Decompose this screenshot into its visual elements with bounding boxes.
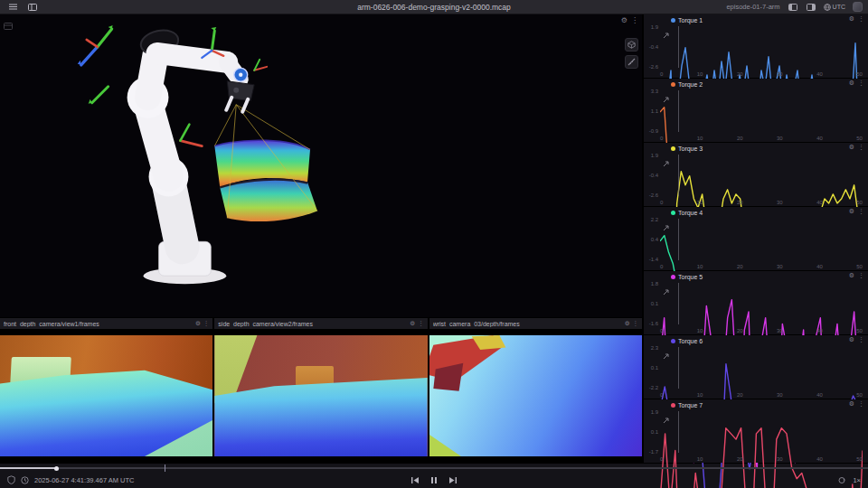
file-title[interactable]: arm-0626-006-demo-grasping-v2-0000.mcap [357, 3, 511, 12]
panel-settings-icon[interactable]: ⚙ [621, 16, 627, 24]
reset-view-icon[interactable] [663, 411, 669, 427]
loop-icon[interactable] [837, 476, 846, 484]
seek-forward-button[interactable] [448, 476, 458, 484]
depth-image-view[interactable] [0, 329, 212, 463]
panel-menu-icon[interactable]: ⋮ [858, 400, 864, 408]
plot-x-axis: 01020304050 [660, 392, 863, 398]
panel-settings-icon[interactable]: ⚙ [410, 320, 415, 327]
panel-menu-icon[interactable]: ⋮ [858, 15, 864, 23]
plot-panel: ⚙ ⋮ Torque 3 1.9-0.4-2.6 01020304050 [644, 143, 868, 207]
clock-icon[interactable] [21, 476, 29, 484]
globe-icon [824, 4, 831, 11]
plot-legend: Torque 5 [671, 274, 703, 280]
panel-settings-icon[interactable]: ⚙ [849, 400, 854, 408]
panel-menu-icon[interactable]: ⋮ [858, 272, 864, 279]
panel-frame-icon[interactable] [4, 17, 13, 33]
panel-settings-icon[interactable]: ⚙ [849, 144, 854, 151]
plot-legend-label: Torque 3 [678, 145, 703, 152]
timezone-label: UTC [833, 4, 845, 10]
panel-settings-icon[interactable]: ⚙ [195, 320, 201, 327]
panel-menu-icon[interactable]: ⋮ [858, 144, 864, 151]
plot-legend-label: Torque 1 [678, 17, 703, 23]
image-panel-header[interactable]: wrist_camera_03/depth/frames ⚙ ⋮ [429, 318, 642, 329]
legend-dot [671, 275, 675, 279]
reset-view-icon[interactable] [663, 219, 669, 235]
image-topic-title: side_depth_camera/view2/frames [218, 321, 406, 327]
plot-x-axis: 01020304050 [660, 200, 863, 205]
timeline-playhead[interactable] [54, 466, 59, 471]
plot-playhead [678, 219, 679, 260]
legend-dot [671, 211, 675, 215]
panel-settings-icon[interactable]: ⚙ [849, 272, 854, 279]
layout-icon[interactable] [27, 3, 38, 12]
image-topic-title: front_depth_camera/view1/frames [4, 321, 192, 327]
plot-panel: ⚙ ⋮ Torque 5 1.80.1-1.6 01020304050 [644, 271, 868, 335]
plot-x-axis: 01020304050 [660, 328, 863, 333]
right-sidebar-toggle-icon[interactable] [806, 3, 816, 12]
app-window: arm-0626-006-demo-grasping-v2-0000.mcap … [0, 0, 868, 488]
timeline-scrubber[interactable] [0, 464, 868, 472]
plot-y-axis: 1.90.1-1.7 [644, 409, 658, 455]
image-panel: front_depth_camera/view1/frames ⚙ ⋮ [0, 318, 214, 463]
legend-dot [671, 146, 675, 151]
panel-menu-icon[interactable]: ⋮ [858, 80, 864, 87]
current-timestamp: 2025-06-27 4:41:39.467 AM UTC [34, 476, 135, 484]
image-panel-header[interactable]: front_depth_camera/view1/frames ⚙ ⋮ [0, 318, 212, 329]
legend-dot [671, 339, 675, 343]
reset-view-icon[interactable] [663, 283, 669, 299]
panel-menu-icon[interactable]: ⋮ [858, 208, 864, 215]
plot-legend: Torque 7 [671, 402, 703, 408]
panel-menu-icon[interactable]: ⋮ [631, 16, 638, 24]
image-panel: wrist_camera_03/depth/frames ⚙ ⋮ [429, 318, 642, 463]
plot-playhead [678, 26, 679, 68]
timeline-event-marker [165, 465, 165, 472]
pause-button[interactable] [430, 476, 438, 484]
panel-settings-icon[interactable]: ⚙ [625, 320, 630, 327]
plot-legend-label: Torque 4 [678, 210, 703, 216]
timeline-progress [0, 467, 56, 469]
plot-legend-label: Torque 6 [678, 338, 703, 344]
plot-legend: Torque 6 [671, 338, 703, 344]
left-column: ⚙ ⋮ front_depth_camera/view1/frames ⚙ ⋮ [0, 14, 644, 463]
legend-dot [671, 403, 675, 408]
timeline-track [0, 467, 868, 469]
measure-tool-button[interactable] [625, 55, 638, 69]
panel-menu-icon[interactable]: ⋮ [418, 320, 424, 327]
panel-menu-icon[interactable]: ⋮ [632, 320, 638, 327]
plot-x-axis: 01020304050 [660, 136, 863, 141]
layout-name-label[interactable]: episode-01-7-arm [726, 3, 779, 11]
plots-column: ⚙ ⋮ Torque 1 1.9-0.4-2.6 01020304050 ⚙ ⋮… [644, 14, 868, 463]
avatar[interactable] [853, 2, 863, 12]
3d-view-canvas[interactable] [0, 14, 642, 317]
plot-legend: Torque 1 [671, 17, 703, 23]
panel-menu-icon[interactable]: ⋮ [858, 336, 864, 343]
plot-y-axis: 3.31.1-0.9 [644, 89, 658, 134]
reset-view-icon[interactable] [663, 26, 669, 42]
panel-settings-icon[interactable]: ⚙ [849, 208, 854, 215]
playback-speed[interactable]: 1× [853, 476, 861, 484]
reset-view-icon[interactable] [663, 347, 669, 363]
depth-image-view[interactable] [429, 329, 642, 463]
plot-panel: ⚙ ⋮ Torque 2 3.31.1-0.9 01020304050 [644, 79, 868, 143]
reset-view-icon[interactable] [663, 155, 669, 171]
axis-triad [254, 60, 267, 70]
plot-panel: ⚙ ⋮ Torque 7 1.90.1-1.7 01020304050 [644, 399, 868, 463]
timezone-selector[interactable]: UTC [824, 4, 845, 11]
left-sidebar-toggle-icon[interactable] [788, 3, 798, 12]
plot-x-axis: 01020304050 [660, 264, 863, 269]
seek-backward-button[interactable] [410, 476, 420, 484]
image-panel-header[interactable]: side_depth_camera/view2/frames ⚙ ⋮ [214, 318, 427, 329]
reset-view-icon[interactable] [663, 90, 669, 107]
plot-x-axis: 01020304050 [660, 456, 863, 462]
panel-menu-icon[interactable]: ⋮ [203, 320, 210, 327]
data-source-status-icon[interactable] [7, 475, 15, 484]
3d-camera-button[interactable] [625, 38, 638, 52]
panel-settings-icon[interactable]: ⚙ [849, 15, 854, 23]
plot-playhead [678, 347, 679, 389]
panel-settings-icon[interactable]: ⚙ [849, 336, 854, 343]
depth-image-view[interactable] [214, 329, 427, 463]
app-menu-icon[interactable] [7, 3, 18, 12]
plot-playhead [678, 155, 679, 196]
plot-y-axis: 2.30.1-2.2 [644, 345, 658, 390]
panel-settings-icon[interactable]: ⚙ [849, 80, 854, 87]
